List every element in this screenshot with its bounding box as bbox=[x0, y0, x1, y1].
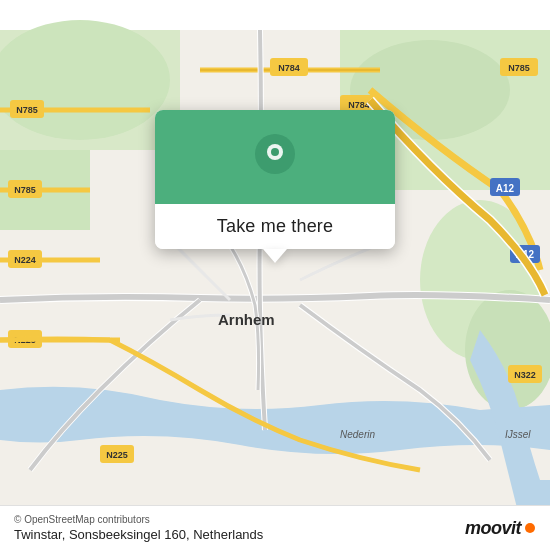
svg-point-36 bbox=[525, 523, 535, 533]
moovit-logo: moovit bbox=[465, 518, 536, 539]
svg-text:N785: N785 bbox=[14, 185, 36, 195]
location-popup: Take me there bbox=[155, 110, 395, 249]
popup-button-area[interactable]: Take me there bbox=[155, 204, 395, 249]
svg-text:Nederin: Nederin bbox=[340, 429, 375, 440]
location-pin-icon bbox=[253, 132, 297, 186]
svg-text:N322: N322 bbox=[514, 370, 536, 380]
bottom-bar: © OpenStreetMap contributors Twinstar, S… bbox=[0, 505, 550, 550]
moovit-dot-icon bbox=[524, 522, 536, 534]
svg-text:N784: N784 bbox=[348, 100, 370, 110]
svg-text:N785: N785 bbox=[508, 63, 530, 73]
map-background: A12 N785 N784 N785 N785 N784 A12 N224 N2… bbox=[0, 0, 550, 550]
popup-header bbox=[155, 110, 395, 204]
moovit-brand-text: moovit bbox=[465, 518, 521, 539]
svg-text:N225: N225 bbox=[106, 450, 128, 460]
map-container: A12 N785 N784 N785 N785 N784 A12 N224 N2… bbox=[0, 0, 550, 550]
svg-text:Arnhem: Arnhem bbox=[218, 311, 275, 328]
location-address: Twinstar, Sonsbeeksingel 160, Netherland… bbox=[14, 527, 263, 542]
svg-text:N224: N224 bbox=[14, 255, 36, 265]
svg-text:A12: A12 bbox=[496, 183, 515, 194]
take-me-there-button[interactable]: Take me there bbox=[217, 216, 333, 237]
svg-text:N784: N784 bbox=[278, 63, 300, 73]
svg-text:IJssel: IJssel bbox=[505, 429, 531, 440]
bottom-info: © OpenStreetMap contributors Twinstar, S… bbox=[14, 514, 263, 542]
map-attribution: © OpenStreetMap contributors bbox=[14, 514, 263, 525]
svg-point-35 bbox=[271, 148, 279, 156]
svg-text:N785: N785 bbox=[16, 105, 38, 115]
